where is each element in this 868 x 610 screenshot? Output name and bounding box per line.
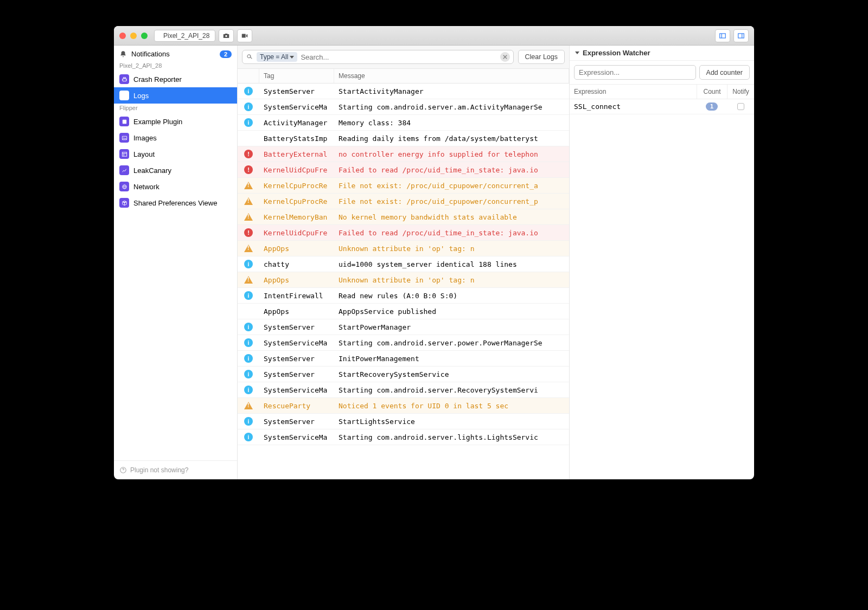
- panel-left-icon: [719, 32, 726, 40]
- log-row[interactable]: iSystemServerStartActivityManager: [238, 84, 569, 99]
- log-row[interactable]: ichattyuid=1000 system_server identical …: [238, 256, 569, 272]
- log-row[interactable]: KernelCpuProcReFile not exist: /proc/uid…: [238, 194, 569, 209]
- watcher-col-notify[interactable]: Notify: [727, 85, 754, 99]
- expression-input[interactable]: [574, 65, 696, 80]
- column-tag[interactable]: Tag: [259, 69, 334, 83]
- sidebar-item-logs[interactable]: Logs: [114, 87, 237, 104]
- warning-icon: [244, 213, 253, 221]
- search-icon: [246, 53, 253, 61]
- log-row[interactable]: !KernelUidCpuFreFailed to read /proc/uid…: [238, 225, 569, 241]
- log-row[interactable]: KernelCpuProcReFile not exist: /proc/uid…: [238, 178, 569, 194]
- info-icon: i: [244, 102, 253, 111]
- device-selector[interactable]: Pixel_2_API_28: [154, 30, 215, 42]
- log-tag: SystemServer: [259, 415, 334, 428]
- panel-left-toggle[interactable]: [715, 29, 730, 42]
- cube-icon: [119, 198, 129, 208]
- log-row[interactable]: !KernelUidCpuFreFailed to read /proc/uid…: [238, 162, 569, 178]
- log-message: AppOpsService published: [334, 305, 569, 318]
- log-tag: SystemServiceMa: [259, 101, 334, 113]
- notifications-header[interactable]: Notifications 2: [114, 46, 237, 61]
- log-row[interactable]: iSystemServiceMaStarting com.android.ser…: [238, 99, 569, 115]
- watcher-col-expression[interactable]: Expression: [570, 85, 697, 99]
- log-row[interactable]: iSystemServerStartLightsService: [238, 414, 569, 429]
- search-field[interactable]: Type = All: [242, 50, 514, 64]
- video-icon: [241, 32, 248, 40]
- log-row[interactable]: AppOpsUnknown attribute in 'op' tag: n: [238, 241, 569, 256]
- watcher-col-count[interactable]: Count: [697, 85, 727, 99]
- notify-checkbox[interactable]: [737, 103, 744, 110]
- maximize-window-icon[interactable]: [141, 33, 148, 39]
- info-icon: i: [244, 354, 253, 363]
- log-tag: SystemServiceMa: [259, 431, 334, 444]
- log-tag: AppOps: [259, 274, 334, 286]
- filter-chip-label: Type = All: [260, 53, 288, 61]
- log-tag: KernelCpuProcRe: [259, 179, 334, 192]
- log-row[interactable]: RescuePartyNoticed 1 events for UID 0 in…: [238, 398, 569, 414]
- filter-chip-type[interactable]: Type = All: [257, 52, 297, 62]
- log-row[interactable]: iSystemServiceMaStarting com.android.ser…: [238, 335, 569, 351]
- bell-icon: [119, 50, 127, 58]
- expression-watcher-title: Expression Watcher: [583, 49, 650, 57]
- sidebar-footer-help[interactable]: Plugin not showing?: [114, 460, 237, 479]
- panel-right-icon: [737, 32, 745, 40]
- sidebar-item-leakcanary[interactable]: LeakCanary: [114, 162, 237, 178]
- watcher-row[interactable]: SSL_connect1: [570, 99, 754, 114]
- search-input[interactable]: [301, 53, 496, 61]
- log-row[interactable]: AppOpsUnknown attribute in 'op' tag: n: [238, 272, 569, 288]
- log-tag: ActivityManager: [259, 117, 334, 129]
- logs-table[interactable]: iSystemServerStartActivityManageriSystem…: [238, 84, 569, 479]
- log-message: Unknown attribute in 'op' tag: n: [334, 274, 569, 286]
- log-row[interactable]: iActivityManagerMemory class: 384: [238, 115, 569, 131]
- log-tag: RescueParty: [259, 400, 334, 412]
- x-icon: [503, 55, 507, 59]
- log-row[interactable]: iSystemServiceMaStarting com.android.ser…: [238, 382, 569, 398]
- log-row[interactable]: AppOpsAppOpsService published: [238, 304, 569, 319]
- log-message: Starting com.android.server.am.ActivityM…: [334, 101, 569, 113]
- log-message: Failed to read /proc/uid_time_in_state: …: [334, 227, 569, 239]
- sidebar-item-images[interactable]: Images: [114, 130, 237, 146]
- sidebar-item-layout[interactable]: Layout: [114, 146, 237, 162]
- sidebar-item-crash-reporter[interactable]: Crash Reporter: [114, 71, 237, 87]
- panel-right-toggle[interactable]: [733, 29, 749, 42]
- column-message[interactable]: Message: [334, 69, 569, 83]
- screenshot-button[interactable]: [219, 29, 234, 42]
- log-message: uid=1000 system_server identical 188 lin…: [334, 258, 569, 271]
- sidebar-item-shared-preferences-viewe[interactable]: Shared Preferences Viewe: [114, 195, 237, 211]
- clear-search-button[interactable]: [500, 52, 510, 62]
- expression-watcher-header[interactable]: Expression Watcher: [570, 46, 754, 61]
- close-window-icon[interactable]: [119, 33, 126, 39]
- log-row[interactable]: iSystemServerStartRecoverySystemService: [238, 367, 569, 382]
- sidebar-item-network[interactable]: Network: [114, 178, 237, 195]
- log-message: Read new rules (A:0 B:0 S:0): [334, 290, 569, 302]
- titlebar: Pixel_2_API_28: [114, 26, 754, 46]
- expression-watcher-panel: Expression Watcher Add counter Expressio…: [570, 46, 754, 479]
- sidebar-item-example-plugin[interactable]: Example Plugin: [114, 113, 237, 130]
- record-button[interactable]: [237, 29, 252, 42]
- log-tag: AppOps: [259, 305, 334, 318]
- info-icon: i: [244, 260, 253, 268]
- watcher-expression: SSL_connect: [570, 99, 697, 114]
- log-row[interactable]: KernelMemoryBanNo kernel memory bandwidt…: [238, 209, 569, 225]
- info-icon: i: [244, 118, 253, 127]
- log-tag: chatty: [259, 258, 334, 271]
- log-row[interactable]: BatteryStatsImpReading daily items from …: [238, 131, 569, 146]
- log-row[interactable]: !BatteryExternalno controller energy inf…: [238, 146, 569, 162]
- sidebar-footer-label: Plugin not showing?: [130, 466, 188, 474]
- watcher-count-badge: 1: [706, 102, 718, 111]
- log-row[interactable]: iSystemServiceMaStarting com.android.ser…: [238, 429, 569, 445]
- box-icon: [119, 117, 129, 126]
- notifications-label: Notifications: [131, 50, 215, 58]
- help-icon: [119, 466, 127, 474]
- log-message: File not exist: /proc/uid_cpupower/concu…: [334, 179, 569, 192]
- log-tag: SystemServiceMa: [259, 337, 334, 349]
- log-tag: AppOps: [259, 242, 334, 255]
- watcher-table-header: Expression Count Notify: [570, 85, 754, 99]
- add-counter-button[interactable]: Add counter: [699, 65, 750, 80]
- clear-logs-button[interactable]: Clear Logs: [518, 50, 565, 64]
- log-row[interactable]: iSystemServerStartPowerManager: [238, 319, 569, 335]
- minimize-window-icon[interactable]: [130, 33, 137, 39]
- log-message: Unknown attribute in 'op' tag: n: [334, 242, 569, 255]
- warning-icon: [244, 402, 253, 409]
- log-row[interactable]: iSystemServerInitPowerManagement: [238, 351, 569, 367]
- log-row[interactable]: iIntentFirewallRead new rules (A:0 B:0 S…: [238, 288, 569, 304]
